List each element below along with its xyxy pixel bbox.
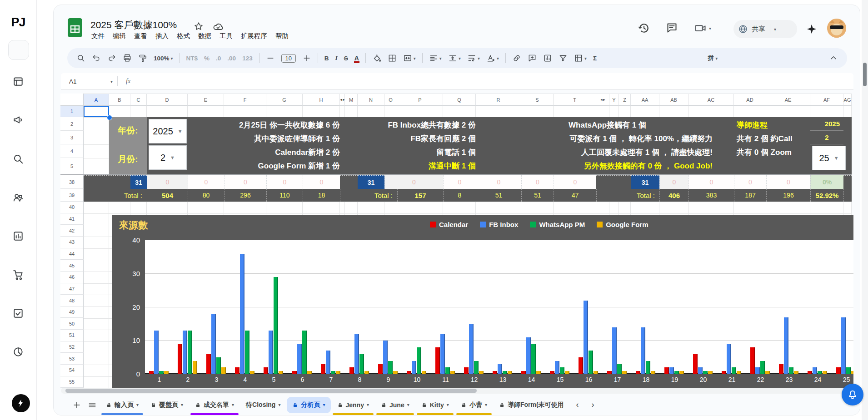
strikethrough-icon[interactable]: S [341,53,351,64]
name-box[interactable]: A1 ▾ [61,78,117,85]
horizontal-scrollbar[interactable] [61,388,853,394]
column-header-S[interactable]: S [521,94,554,106]
search-icon[interactable] [74,52,88,64]
row-header-39[interactable]: 39 [60,189,84,202]
borders-icon[interactable] [385,52,399,64]
row-header-3[interactable]: 3 [60,131,84,144]
menu-1[interactable]: 文件 [87,30,109,42]
column-header-AA[interactable]: AA [631,94,659,106]
cell-39-15[interactable]: 187 [734,189,766,202]
cell-39-9[interactable]: 51 [476,189,521,202]
filter-icon[interactable] [556,52,570,64]
insert-comment-icon[interactable] [525,52,539,64]
horizontal-scrollbar-thumb[interactable] [65,389,477,393]
cell-38-5[interactable]: 0 [266,175,303,189]
cell-38-13[interactable]: 0 [554,175,596,189]
zoom-count-dropdown[interactable]: 25▼ [812,146,846,170]
input-method-button[interactable]: 拼▾ [705,52,721,64]
print-icon[interactable] [120,52,135,64]
row-header-52[interactable]: 52 [60,341,84,353]
paint-format-icon[interactable] [135,52,150,64]
meet-button[interactable]: ▾ [694,22,711,35]
column-header-AE[interactable]: AE [766,94,810,106]
cell-39-1[interactable]: 504 [147,189,188,202]
sheet-tab-Jenny[interactable]: Jenny▾ [332,397,375,413]
menu-5[interactable]: 格式 [173,30,194,42]
column-header-E[interactable]: E [188,94,224,106]
row-header-48[interactable]: 48 [60,295,84,306]
tabs-scroll-left[interactable]: ‹ [570,397,585,413]
quick-actions-button[interactable] [12,394,30,412]
tasks-icon[interactable] [12,307,24,319]
rail-partial-item[interactable] [8,40,29,60]
fill-handle[interactable] [107,115,112,120]
sheets-file-icon[interactable] [67,18,83,38]
sheet-tab-小曹[interactable]: 小曹▾ [455,397,493,413]
sheet-tab-分析頁[interactable]: 分析頁▾ [287,397,330,413]
menu-9[interactable]: 帮助 [271,30,293,42]
cell-38-6[interactable]: 0 [303,175,340,189]
select-all-corner[interactable] [60,94,84,106]
month-dropdown[interactable]: 2▼ [149,145,187,170]
mentor-year-cell[interactable]: 2025 [810,117,843,131]
column-header-D[interactable]: D [147,94,188,106]
column-header-Z[interactable]: Z [619,94,631,106]
cell-39-7[interactable]: 157 [397,189,443,202]
column-header-G[interactable]: G [266,94,303,106]
cell-38-9[interactable]: 0 [384,175,443,189]
column-header-R[interactable]: R [476,94,521,106]
vertical-scrollbar[interactable] [862,0,868,420]
row-header-54[interactable]: 54 [60,365,84,376]
menu-6[interactable]: 数据 [194,30,215,42]
gemini-sparkle-icon[interactable] [806,23,818,35]
more-formats-icon[interactable]: 123 [239,53,255,64]
collapse-toolbar-icon[interactable] [826,52,841,64]
hidden-columns-marker[interactable]: ◄► [596,94,609,106]
cell-39-6[interactable]: Total : [340,189,397,202]
undo-icon[interactable] [89,52,104,64]
menu-4[interactable]: 插入 [151,30,173,42]
cell-38-8[interactable]: 31 [358,175,384,189]
redo-icon[interactable] [105,52,119,64]
sheet-tab-覆盤頁[interactable]: 覆盤頁▾ [145,397,189,413]
currency-format-icon[interactable]: NT$ [184,53,201,64]
share-button[interactable]: 共享 ▾ [733,20,797,38]
row-header-50[interactable]: 50 [60,318,84,330]
row-header-42[interactable]: 42 [60,225,84,237]
row-header-43[interactable]: 43 [60,237,84,248]
sheet-tab-導師Form(未可使用[interactable]: 導師Form(未可使用 [494,397,569,413]
row-header-40[interactable]: 40 [60,202,84,213]
row-header-1[interactable]: 1 [60,106,84,117]
fill-color-icon[interactable] [369,52,384,64]
cell-38-12[interactable]: 0 [521,175,554,189]
cell-38-2[interactable]: 0 [147,175,188,189]
year-dropdown[interactable]: 2025▼ [149,119,187,143]
menu-8[interactable]: 扩展程序 [237,30,271,42]
column-header-AC[interactable]: AC [688,94,734,106]
row-header-51[interactable]: 51 [60,330,84,341]
cell-39-14[interactable]: 383 [688,189,734,202]
row-header-4[interactable]: 4 [60,144,84,158]
sheet-tab-成交名單[interactable]: 成交名單▾ [190,397,239,413]
column-header-C[interactable]: C [130,94,147,106]
hidden-columns-marker[interactable]: ◄► [340,94,345,106]
people-icon[interactable] [12,192,24,203]
cell-38-15[interactable]: 31 [631,175,659,189]
increase-font-icon[interactable] [299,52,314,64]
sheet-tab-輸入頁[interactable]: 輸入頁▾ [100,397,144,413]
search-icon[interactable] [12,153,24,165]
formula-input[interactable] [130,73,853,89]
cell-38-20[interactable]: 0% [810,175,843,189]
text-rotation-icon[interactable]: ▾ [484,52,502,64]
cell-38-11[interactable]: 0 [476,175,521,189]
calendar-icon[interactable] [12,75,24,87]
row-header-55[interactable]: 55 [60,376,84,388]
text-color-icon[interactable]: A [352,53,362,64]
cell-39-4[interactable]: 110 [266,189,303,202]
version-history-icon[interactable] [638,22,650,35]
increase-decimals-icon[interactable]: .00 [224,53,239,64]
column-header-AF[interactable]: AF [810,94,843,106]
zoom-select[interactable]: 100%▾ [151,53,176,64]
decrease-font-icon[interactable] [263,52,278,64]
comments-icon[interactable] [666,22,678,35]
